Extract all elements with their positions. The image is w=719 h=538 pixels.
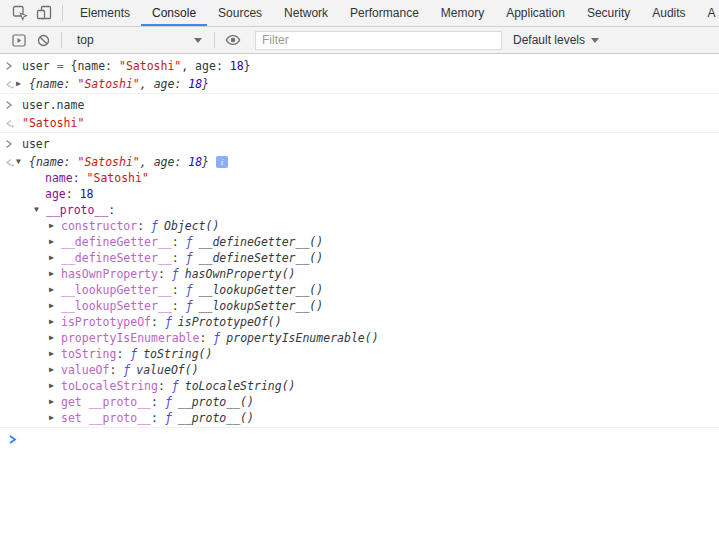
function-signature: toString()	[143, 346, 212, 362]
function-signature: __defineSetter__()	[199, 250, 324, 266]
function-symbol: ƒ	[165, 394, 172, 410]
expander-icon[interactable]	[49, 410, 61, 426]
expander-icon[interactable]	[49, 282, 61, 298]
result-arrow-icon	[0, 115, 16, 129]
property-name: constructor	[61, 218, 137, 234]
proto-method-row: propertyIsEnumerable: ƒpropertyIsEnumera…	[0, 330, 719, 346]
tab-network[interactable]: Network	[273, 0, 339, 26]
tab-memory[interactable]: Memory	[430, 0, 495, 26]
console-result: {name: "Satoshi" , age: 18 }	[0, 75, 719, 94]
function-symbol: ƒ	[186, 250, 193, 266]
property-name: get __proto__	[61, 394, 151, 410]
object-preview[interactable]: {name:	[29, 76, 77, 92]
expander-icon[interactable]	[16, 154, 29, 170]
separator: :	[172, 250, 186, 266]
separator: :	[151, 410, 165, 426]
proto-method-row: __lookupSetter__: ƒ__lookupSetter__()	[0, 298, 719, 314]
property-name: name	[45, 170, 73, 186]
log-levels-dropdown[interactable]: Default levels	[513, 33, 599, 47]
panel-tabs: Elements Console Sources Network Perform…	[69, 0, 719, 26]
chevron-down-icon	[194, 38, 202, 43]
console-sidebar-toggle-icon[interactable]	[7, 28, 31, 52]
command-chevron-icon	[0, 58, 16, 71]
command-chevron-icon	[0, 97, 16, 110]
inspect-element-icon[interactable]	[8, 1, 32, 25]
tab-performance[interactable]: Performance	[339, 0, 430, 26]
console-output: user = {name: "Satoshi" , age: 18 } {nam…	[0, 54, 719, 455]
number-value: 18	[188, 76, 202, 92]
property-row: age: 18	[0, 186, 719, 202]
expander-icon[interactable]	[16, 76, 29, 92]
separator: :	[151, 314, 165, 330]
info-icon: i	[216, 156, 228, 168]
divider	[214, 32, 215, 48]
expander-icon[interactable]	[49, 378, 61, 394]
object-preview[interactable]: {name:	[29, 154, 77, 170]
property-name: propertyIsEnumerable	[61, 330, 199, 346]
live-expression-eye-icon[interactable]	[221, 28, 245, 52]
proto-method-row: constructor: ƒObject()	[0, 218, 719, 234]
function-symbol: ƒ	[172, 378, 179, 394]
object-preview: , age:	[140, 154, 188, 170]
separator: :	[158, 378, 172, 394]
function-symbol: ƒ	[186, 298, 193, 314]
property-name: __defineSetter__	[61, 250, 172, 266]
object-literal: }	[244, 58, 251, 74]
string-value: "Satoshi"	[119, 58, 181, 74]
separator: :	[109, 362, 123, 378]
context-selector[interactable]: top	[68, 33, 208, 47]
tab-application[interactable]: Application	[495, 0, 576, 26]
function-symbol: ƒ	[172, 266, 179, 282]
object-preview: }	[202, 154, 209, 170]
expander-icon[interactable]	[49, 330, 61, 346]
context-selector-value: top	[77, 33, 94, 47]
expander-icon[interactable]	[49, 314, 61, 330]
tab-console[interactable]: Console	[141, 0, 207, 26]
proto-method-row: toString: ƒtoString()	[0, 346, 719, 362]
function-signature: valueOf()	[136, 362, 198, 378]
proto-method-row: toLocaleString: ƒtoLocaleString()	[0, 378, 719, 394]
expander-icon[interactable]	[49, 394, 61, 410]
console-command: user = {name: "Satoshi" , age: 18 }	[0, 55, 719, 75]
tab-sources[interactable]: Sources	[207, 0, 273, 26]
number-value: 18	[80, 186, 94, 202]
command-chevron-icon	[0, 136, 16, 149]
expander-icon[interactable]	[34, 202, 46, 218]
tab-security[interactable]: Security	[576, 0, 641, 26]
property-name: isPrototypeOf	[61, 314, 151, 330]
separator: :	[199, 330, 213, 346]
result-arrow-icon	[0, 76, 16, 90]
console-prompt[interactable]	[0, 428, 719, 455]
function-symbol: ƒ	[213, 330, 220, 346]
clear-console-icon[interactable]	[31, 28, 55, 52]
function-signature: Object()	[164, 218, 219, 234]
separator: :	[66, 186, 80, 202]
tab-clipped[interactable]: A	[697, 0, 719, 26]
expander-icon[interactable]	[49, 266, 61, 282]
function-signature: toLocaleString()	[185, 378, 296, 394]
function-symbol: ƒ	[186, 234, 193, 250]
expander-icon[interactable]	[49, 234, 61, 250]
expander-icon[interactable]	[49, 346, 61, 362]
function-symbol: ƒ	[130, 346, 137, 362]
expander-icon[interactable]	[49, 362, 61, 378]
object-preview: , age:	[140, 76, 188, 92]
expander-icon[interactable]	[49, 250, 61, 266]
proto-method-row: get __proto__: ƒ__proto__()	[0, 394, 719, 410]
expander-icon[interactable]	[49, 218, 61, 234]
device-toolbar-icon[interactable]	[32, 1, 56, 25]
string-result: "Satoshi"	[22, 115, 84, 131]
function-signature: __proto__()	[178, 394, 254, 410]
function-signature: __lookupSetter__()	[199, 298, 324, 314]
function-signature: isPrototypeOf()	[178, 314, 282, 330]
filter-input[interactable]	[255, 31, 502, 50]
panel-tab-bar: Elements Console Sources Network Perform…	[0, 0, 719, 27]
divider	[61, 32, 62, 48]
tab-elements[interactable]: Elements	[69, 0, 141, 26]
function-symbol: ƒ	[165, 314, 172, 330]
tab-audits[interactable]: Audits	[641, 0, 696, 26]
command-text: user.name	[22, 97, 84, 113]
expander-icon[interactable]	[49, 298, 61, 314]
prompt-chevron-icon	[7, 433, 18, 449]
property-name: toLocaleString	[61, 378, 158, 394]
